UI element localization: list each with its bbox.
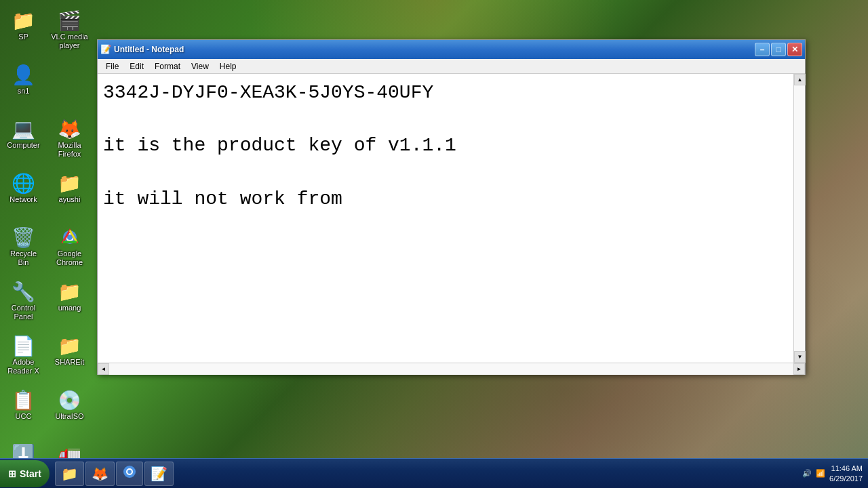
- desktop-icon-computer[interactable]: 💻 Computer: [1, 115, 45, 167]
- menu-help[interactable]: Help: [214, 60, 242, 73]
- sn1-label: sn1: [18, 87, 30, 96]
- chrome-icon: [59, 226, 81, 248]
- network-tray-icon: 📶: [816, 469, 825, 478]
- taskbar-app-firefox[interactable]: 🦊: [85, 462, 115, 486]
- sn1-icon: 👤: [13, 64, 35, 85]
- ultraiso-label: UltraISO: [55, 412, 83, 421]
- scroll-up-button[interactable]: ▲: [794, 74, 806, 85]
- shareit-label: SHAREit: [55, 358, 84, 367]
- vlc-icon: 🎬: [59, 9, 81, 31]
- firefox-icon: 🦊: [59, 118, 81, 140]
- ayushi-icon: 📁: [59, 172, 81, 194]
- taskbar: ⊞ Start 📁 🦊 📝: [0, 458, 868, 488]
- windows-logo-icon: ⊞: [8, 468, 16, 479]
- scrollbar-horizontal[interactable]: ◄ ►: [98, 363, 805, 374]
- umang-label: umang: [58, 304, 81, 312]
- notepad-menubar: File Edit Format View Help: [98, 59, 805, 74]
- desktop-icon-sp[interactable]: 📁 SP: [1, 7, 45, 58]
- taskbar-app-file-explorer[interactable]: 📁: [55, 462, 84, 486]
- menu-view[interactable]: View: [186, 60, 214, 73]
- start-label: Start: [20, 468, 41, 479]
- shareit-icon: 📁: [59, 335, 81, 357]
- chrome-taskbar-icon: [123, 465, 136, 482]
- clock-display[interactable]: 11:46 AM 6/29/2017: [829, 464, 863, 483]
- computer-icon: 💻: [13, 118, 35, 140]
- taskbar-app-chrome[interactable]: [116, 462, 143, 486]
- notepad-taskbar-icon: 📝: [151, 466, 167, 482]
- minimize-button[interactable]: –: [755, 43, 770, 56]
- clock-time: 11:46 AM: [829, 464, 863, 473]
- desktop-icon-sn1[interactable]: 👤 sn1: [1, 61, 45, 113]
- desktop-icon-ucc[interactable]: 📋 UCC: [1, 386, 45, 438]
- ucc-icon: 📋: [13, 389, 35, 411]
- menu-edit[interactable]: Edit: [124, 60, 149, 73]
- titlebar-buttons: – □ ✕: [755, 43, 802, 56]
- start-button[interactable]: ⊞ Start: [0, 460, 50, 487]
- computer-label: Computer: [7, 141, 39, 150]
- taskbar-right: 🔊 📶 11:46 AM 6/29/2017: [797, 464, 868, 483]
- control-label: Control Panel: [4, 304, 43, 321]
- umang-icon: 📁: [59, 281, 81, 302]
- desktop-icon-adobe[interactable]: 📄 Adobe Reader X: [1, 332, 45, 384]
- ultraiso-icon: 💿: [59, 389, 81, 411]
- desktop-icon-ayushi[interactable]: 📁 ayushi: [47, 169, 92, 221]
- firefox-taskbar-icon: 🦊: [92, 466, 108, 482]
- scroll-down-button[interactable]: ▼: [794, 351, 806, 363]
- chrome-label: Google Chrome: [50, 249, 89, 267]
- ucc-label: UCC: [16, 412, 32, 421]
- scroll-left-button[interactable]: ◄: [98, 363, 109, 375]
- scroll-track-h[interactable]: [109, 363, 793, 375]
- control-panel-icon: 🔧: [13, 281, 35, 302]
- desktop-icon-network[interactable]: 🌐 Network: [1, 169, 45, 221]
- system-tray: 🔊 📶: [802, 469, 825, 478]
- recycle-icon: 🗑️: [13, 226, 35, 248]
- ayushi-label: ayushi: [59, 195, 81, 204]
- notepad-small-icon: 📝: [100, 44, 111, 55]
- menu-file[interactable]: File: [100, 60, 124, 73]
- file-explorer-taskbar-icon: 📁: [61, 466, 78, 482]
- menu-format[interactable]: Format: [149, 60, 186, 73]
- desktop-icon-shareit[interactable]: 📁 SHAREit: [47, 332, 92, 384]
- sp-icon: 📁: [13, 9, 35, 31]
- desktop-icon-vlc[interactable]: 🎬 VLC media player: [47, 7, 92, 58]
- network-label: Network: [9, 195, 37, 204]
- svg-point-5: [127, 470, 132, 474]
- taskbar-apps: 📁 🦊 📝: [52, 462, 797, 486]
- desktop-icon-ultraiso[interactable]: 💿 UltraISO: [47, 386, 92, 438]
- scrollbar-vertical[interactable]: ▲ ▼: [793, 74, 805, 363]
- notepad-title: Untitled - Notepad: [114, 45, 184, 54]
- desktop-icon-control[interactable]: 🔧 Control Panel: [1, 278, 45, 329]
- vlc-label: VLC media player: [50, 33, 89, 50]
- sp-label: SP: [18, 33, 28, 41]
- notepad-textarea[interactable]: 3342J-DYJF0-XEA3K-5J0YS-40UFY it is the …: [98, 74, 793, 363]
- desktop-icon-umang[interactable]: 📁 umang: [47, 278, 92, 329]
- notepad-window: 📝 Untitled - Notepad – □ ✕ File Edit For…: [97, 39, 806, 375]
- network-icon: 🌐: [13, 172, 35, 194]
- titlebar-left: 📝 Untitled - Notepad: [100, 44, 184, 55]
- notepad-content-area: 3342J-DYJF0-XEA3K-5J0YS-40UFY it is the …: [98, 74, 805, 363]
- clock-date: 6/29/2017: [829, 474, 863, 483]
- firefox-label: Mozilla Firefox: [50, 141, 89, 159]
- notepad-titlebar[interactable]: 📝 Untitled - Notepad – □ ✕: [98, 40, 805, 59]
- desktop: 📁 SP 🎬 VLC media player 👤 sn1 💻 Computer…: [0, 0, 868, 488]
- scroll-right-button[interactable]: ►: [793, 363, 805, 375]
- close-button[interactable]: ✕: [787, 43, 802, 56]
- desktop-icon-recycle[interactable]: 🗑️ Recycle Bin: [1, 224, 45, 275]
- recycle-label: Recycle Bin: [4, 249, 43, 267]
- maximize-button[interactable]: □: [771, 43, 786, 56]
- speaker-icon: 🔊: [802, 469, 812, 478]
- desktop-icon-firefox[interactable]: 🦊 Mozilla Firefox: [47, 115, 92, 167]
- taskbar-app-notepad[interactable]: 📝: [144, 462, 174, 486]
- scroll-track-v[interactable]: [794, 85, 805, 351]
- adobe-label: Adobe Reader X: [4, 358, 43, 375]
- desktop-icons-container: 📁 SP 🎬 VLC media player 👤 sn1 💻 Computer…: [0, 0, 95, 458]
- desktop-icon-chrome[interactable]: Google Chrome: [47, 224, 92, 275]
- adobe-icon: 📄: [13, 335, 35, 357]
